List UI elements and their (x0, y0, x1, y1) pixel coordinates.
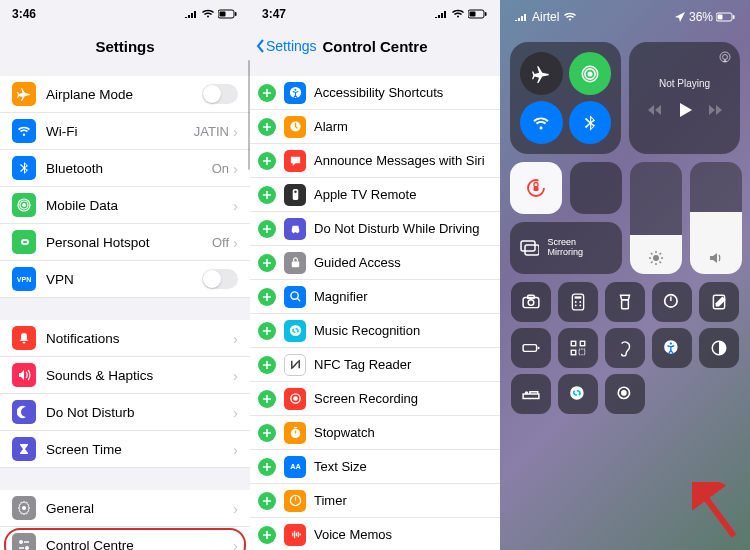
dark-mode-button[interactable] (570, 162, 622, 214)
media-panel[interactable]: Not Playing (629, 42, 740, 154)
brightness-slider[interactable] (630, 162, 682, 274)
settings-row-bluetooth[interactable]: BluetoothOn› (0, 150, 250, 187)
control-row-timer[interactable]: Timer (250, 484, 500, 518)
settings-row-do-not-disturb[interactable]: Do Not Disturb› (0, 394, 250, 431)
add-button[interactable] (258, 118, 276, 136)
svg-rect-42 (733, 15, 735, 19)
svg-rect-78 (579, 349, 585, 355)
row-label: Announce Messages with Siri (314, 153, 485, 168)
add-button[interactable] (258, 526, 276, 544)
add-button[interactable] (258, 424, 276, 442)
hourglass-icon (12, 437, 36, 461)
settings-screen: 3:46 Settings Airplane ModeWi-FiJATIN›Bl… (0, 0, 250, 550)
svg-rect-27 (291, 262, 298, 268)
settings-row-screen-time[interactable]: Screen Time› (0, 431, 250, 468)
add-button[interactable] (258, 390, 276, 408)
control-grid (510, 282, 740, 414)
toggle[interactable] (202, 84, 238, 104)
hearing-button[interactable] (605, 328, 645, 368)
chevron-right-icon: › (233, 330, 238, 347)
control-row-announce-siri[interactable]: Announce Messages with Siri (250, 144, 500, 178)
screen-recording-button[interactable] (605, 374, 645, 414)
svg-rect-65 (575, 296, 582, 298)
low-power-button[interactable] (511, 328, 551, 368)
svg-point-32 (293, 396, 298, 401)
camera-button[interactable] (511, 282, 551, 322)
row-value: JATIN (194, 124, 229, 139)
wifi-icon (563, 12, 577, 22)
svg-point-24 (294, 191, 296, 193)
control-row-dnd-driving[interactable]: Do Not Disturb While Driving (250, 212, 500, 246)
chevron-left-icon (256, 39, 266, 53)
chevron-right-icon: › (233, 441, 238, 458)
airplane-toggle[interactable] (520, 52, 563, 95)
control-row-accessibility-shortcuts[interactable]: Accessibility Shortcuts (250, 76, 500, 110)
timer-button[interactable] (652, 282, 692, 322)
next-icon[interactable] (708, 103, 722, 117)
add-button[interactable] (258, 458, 276, 476)
add-button[interactable] (258, 84, 276, 102)
add-button[interactable] (258, 220, 276, 238)
brightness-icon (648, 250, 664, 266)
add-button[interactable] (258, 356, 276, 374)
status-right: 36% (675, 10, 736, 24)
remote-icon (284, 184, 306, 206)
svg-rect-82 (523, 394, 539, 399)
control-row-magnifier[interactable]: Magnifier (250, 280, 500, 314)
switches-icon (12, 533, 36, 550)
add-button[interactable] (258, 152, 276, 170)
settings-row-airplane-mode[interactable]: Airplane Mode (0, 76, 250, 113)
chevron-right-icon: › (233, 537, 238, 551)
settings-row-vpn[interactable]: VPNVPN (0, 261, 250, 298)
svg-text:AA: AA (290, 462, 301, 471)
toggle[interactable] (202, 269, 238, 289)
settings-row-wifi[interactable]: Wi-FiJATIN› (0, 113, 250, 150)
settings-row-sounds-haptics[interactable]: Sounds & Haptics› (0, 357, 250, 394)
accessibility-button[interactable] (652, 328, 692, 368)
orientation-lock-button[interactable] (510, 162, 562, 214)
settings-row-mobile-data[interactable]: Mobile Data› (0, 187, 250, 224)
add-button[interactable] (258, 288, 276, 306)
status-left: Airtel (514, 10, 577, 24)
flashlight-button[interactable] (605, 282, 645, 322)
control-row-music-recognition[interactable]: Music Recognition (250, 314, 500, 348)
qr-scanner-button[interactable] (558, 328, 598, 368)
link-icon (12, 230, 36, 254)
row-label: Text Size (314, 459, 367, 474)
control-row-guided-access[interactable]: Guided Access (250, 246, 500, 280)
mobile-data-toggle[interactable] (569, 52, 612, 95)
add-button[interactable] (258, 254, 276, 272)
sleep-button[interactable] (511, 374, 551, 414)
wifi-icon (451, 9, 465, 19)
screen-mirroring-button[interactable]: Screen Mirroring (510, 222, 622, 274)
control-row-stopwatch[interactable]: Stopwatch (250, 416, 500, 450)
play-icon[interactable] (676, 101, 694, 119)
control-row-screen-recording[interactable]: Screen Recording (250, 382, 500, 416)
notes-button[interactable] (699, 282, 739, 322)
control-row-apple-tv-remote[interactable]: Apple TV Remote (250, 178, 500, 212)
bluetooth-toggle[interactable] (569, 101, 612, 144)
back-button[interactable]: Settings (256, 38, 317, 54)
control-row-text-size[interactable]: AAText Size (250, 450, 500, 484)
add-button[interactable] (258, 492, 276, 510)
contrast-button[interactable] (699, 328, 739, 368)
settings-row-notifications[interactable]: Notifications› (0, 320, 250, 357)
music-recognition-button[interactable] (558, 374, 598, 414)
previous-icon[interactable] (648, 103, 662, 117)
wifi-toggle[interactable] (520, 101, 563, 144)
settings-row-personal-hotspot[interactable]: Personal HotspotOff› (0, 224, 250, 261)
speaker-icon (12, 363, 36, 387)
control-row-nfc-tag-reader[interactable]: NFC Tag Reader (250, 348, 500, 382)
add-button[interactable] (258, 322, 276, 340)
volume-slider[interactable] (690, 162, 742, 274)
control-row-alarm[interactable]: Alarm (250, 110, 500, 144)
svg-rect-74 (538, 347, 540, 349)
settings-row-control-centre[interactable]: Control Centre› (0, 527, 250, 550)
control-row-voice-memos[interactable]: Voice Memos (250, 518, 500, 550)
stopwatch-icon (284, 422, 306, 444)
calculator-button[interactable] (558, 282, 598, 322)
svg-point-33 (290, 429, 299, 438)
add-button[interactable] (258, 186, 276, 204)
row-value: Off (212, 235, 229, 250)
settings-row-general[interactable]: General› (0, 490, 250, 527)
